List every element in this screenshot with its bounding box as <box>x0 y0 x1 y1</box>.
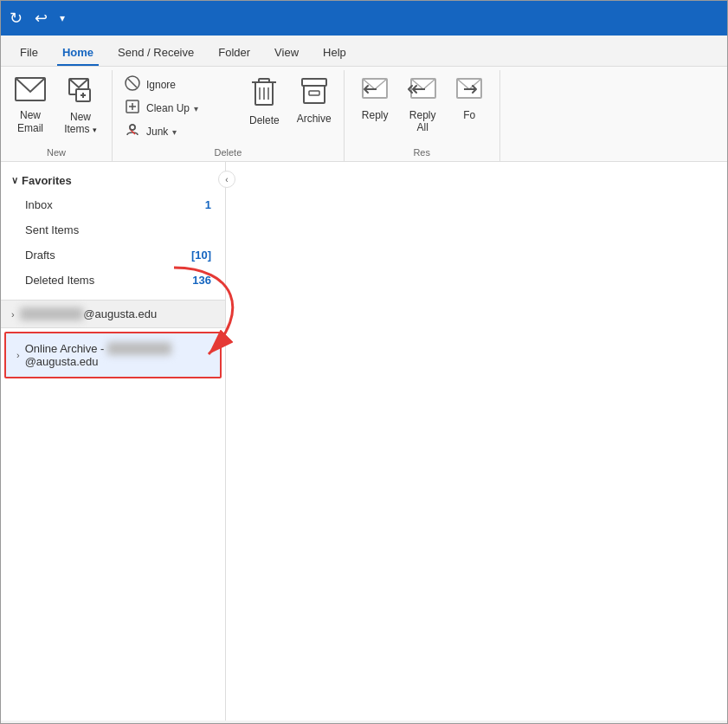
favorites-header[interactable]: ∨ Favorites <box>1 169 225 192</box>
inbox-label: Inbox <box>25 198 205 211</box>
ignore-icon <box>123 75 142 94</box>
menu-view[interactable]: View <box>262 41 311 66</box>
forward-icon <box>455 77 483 107</box>
menu-help[interactable]: Help <box>311 41 358 66</box>
ignore-label: Ignore <box>146 79 176 91</box>
reply-icon <box>361 77 389 107</box>
delete-group-label: Delete <box>214 144 242 161</box>
respond-group-buttons: Reply ReplyAll <box>353 74 490 144</box>
reply-button[interactable]: Reply <box>353 74 396 125</box>
account-email-prefix: ████████ <box>20 307 84 320</box>
favorites-label: Favorites <box>22 174 72 187</box>
archive-button[interactable]: Archive <box>290 74 338 130</box>
sidebar: ‹ ∨ Favorites Inbox 1 Sent Items Drafts … <box>1 162 226 721</box>
drafts-count: [10] <box>191 249 211 262</box>
menu-send-receive[interactable]: Send / Receive <box>106 41 206 66</box>
account-chevron-icon: › <box>11 309 15 320</box>
quick-access-dropdown-icon[interactable]: ▾ <box>60 12 65 24</box>
title-bar: ↻ ↩ ▾ <box>1 1 727 36</box>
svg-rect-15 <box>259 79 269 82</box>
online-archive-label: Online Archive - ████████@augusta.edu <box>25 342 209 368</box>
menu-file[interactable]: File <box>8 41 50 66</box>
junk-icon <box>123 122 142 141</box>
deleted-count: 136 <box>192 274 211 287</box>
ribbon-group-respond: Reply ReplyAll <box>345 70 500 161</box>
archive-area: › Online Archive - ████████@augusta.edu <box>1 328 225 382</box>
drafts-label: Drafts <box>25 249 191 262</box>
menu-bar: File Home Send / Receive Folder View Hel… <box>1 36 727 67</box>
menu-home[interactable]: Home <box>50 41 106 66</box>
new-email-button[interactable]: NewEmail <box>8 74 53 138</box>
svg-point-12 <box>130 125 135 130</box>
delete-left-buttons: Ignore Clean Up ▾ <box>118 74 230 143</box>
sidebar-item-deleted[interactable]: Deleted Items 136 <box>1 268 225 293</box>
clean-up-button[interactable]: Clean Up ▾ <box>118 97 230 120</box>
sidebar-item-sent[interactable]: Sent Items <box>1 217 225 242</box>
sidebar-collapse-button[interactable]: ‹ <box>218 171 235 188</box>
reply-all-icon <box>407 77 438 107</box>
junk-button[interactable]: Junk ▾ <box>118 120 230 143</box>
favorites-section: ∨ Favorites Inbox 1 Sent Items Drafts [1… <box>1 162 225 300</box>
new-email-label: NewEmail <box>17 109 43 134</box>
account-email: ████████@augusta.edu <box>20 307 157 320</box>
inbox-count: 1 <box>205 198 211 211</box>
svg-rect-21 <box>309 91 319 95</box>
main-content <box>226 162 727 721</box>
forward-label: Fo <box>463 109 475 121</box>
ignore-button[interactable]: Ignore <box>118 74 230 96</box>
online-archive-text: Online Archive - <box>25 342 107 355</box>
new-items-icon <box>68 77 93 109</box>
delete-icon <box>251 77 277 113</box>
delete-label: Delete <box>249 114 280 126</box>
new-items-label: NewItems ▾ <box>64 111 97 136</box>
ribbon-group-new: NewEmail NewItems ▾ New <box>1 70 113 161</box>
sidebar-item-drafts[interactable]: Drafts [10] <box>1 242 225 268</box>
undo-icon[interactable]: ↩ <box>35 9 48 28</box>
reply-all-label: ReplyAll <box>409 109 436 134</box>
respond-group-label: Res <box>413 144 430 161</box>
sidebar-item-inbox[interactable]: Inbox 1 <box>1 192 225 217</box>
delete-right-buttons: Delete Archive <box>242 74 338 130</box>
content-area: ‹ ∨ Favorites Inbox 1 Sent Items Drafts … <box>1 162 727 721</box>
delete-button[interactable]: Delete <box>242 74 287 130</box>
menu-folder[interactable]: Folder <box>206 41 262 66</box>
new-items-button[interactable]: NewItems ▾ <box>56 74 105 139</box>
online-archive-email-domain: @augusta.edu <box>25 355 99 368</box>
junk-chevron: ▾ <box>172 127 177 137</box>
reply-label: Reply <box>362 109 389 121</box>
online-archive-section[interactable]: › Online Archive - ████████@augusta.edu <box>4 332 222 378</box>
clean-up-chevron: ▾ <box>194 104 198 113</box>
new-group-buttons: NewEmail NewItems ▾ <box>8 74 105 144</box>
delete-group-buttons: Ignore Clean Up ▾ <box>118 74 338 144</box>
online-archive-chevron-icon: › <box>16 350 20 360</box>
archive-icon <box>300 77 328 111</box>
reply-all-button[interactable]: ReplyAll <box>400 74 445 138</box>
favorites-chevron-icon: ∨ <box>11 175 18 186</box>
online-archive-email-prefix: ████████ <box>107 342 171 355</box>
account-email-domain: @augusta.edu <box>83 307 157 320</box>
new-group-label: New <box>47 144 66 161</box>
deleted-items-label: Deleted Items <box>25 274 192 287</box>
sent-items-label: Sent Items <box>25 223 211 236</box>
new-email-icon <box>15 77 46 107</box>
clean-up-icon <box>123 99 142 118</box>
ribbon-group-delete: Ignore Clean Up ▾ <box>113 70 345 161</box>
archive-label: Archive <box>297 113 332 125</box>
junk-label: Junk <box>146 126 168 138</box>
ribbon: NewEmail NewItems ▾ New <box>1 67 727 162</box>
clean-up-label: Clean Up <box>146 102 190 114</box>
account-section[interactable]: › ████████@augusta.edu <box>1 300 225 328</box>
refresh-icon[interactable]: ↻ <box>10 9 23 28</box>
svg-line-6 <box>128 79 137 87</box>
svg-rect-19 <box>302 79 326 86</box>
forward-button[interactable]: Fo <box>448 74 490 125</box>
